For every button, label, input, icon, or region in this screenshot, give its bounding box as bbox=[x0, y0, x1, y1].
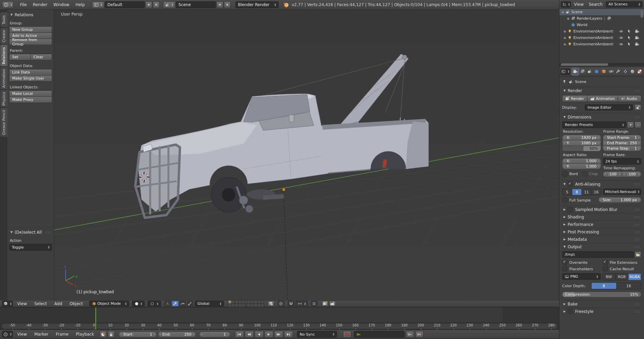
layer-toggle[interactable] bbox=[247, 304, 250, 307]
jump-to-end-button[interactable] bbox=[284, 331, 293, 338]
outliner-filter-dropdown[interactable]: All Scenes bbox=[606, 1, 643, 7]
panel-drag-dots-icon[interactable]: :::: bbox=[635, 230, 640, 234]
aa-filter-dropdown[interactable]: Mitchell-Netravali bbox=[603, 189, 642, 195]
panel-drag-dots-icon[interactable]: :::: bbox=[635, 302, 640, 306]
layer-toggle[interactable] bbox=[232, 300, 235, 303]
delete-keyframe-button[interactable] bbox=[415, 331, 423, 338]
insert-keyframe-button[interactable] bbox=[406, 331, 414, 338]
viewport-3d[interactable]: z y x User Persp (1) pickup_towbed bbox=[54, 10, 559, 300]
layer-toggle[interactable] bbox=[251, 304, 254, 307]
tab-create[interactable]: Create bbox=[0, 27, 7, 44]
cursor-select-icon[interactable] bbox=[627, 29, 631, 33]
layer-toggle[interactable] bbox=[261, 300, 264, 303]
action-dropdown[interactable]: Toggle bbox=[9, 244, 52, 251]
outliner-item-lamp-1[interactable]: ⊕ EnvironmentAmbientLi bbox=[559, 28, 644, 35]
display-lock-button[interactable] bbox=[635, 104, 641, 110]
render-animation-button[interactable]: Animation bbox=[587, 95, 618, 102]
border-checkbox[interactable] bbox=[562, 171, 567, 176]
tab-render-layers[interactable] bbox=[579, 68, 586, 75]
start-frame-field[interactable]: Start:1 bbox=[119, 332, 157, 337]
antialiasing-panel-header[interactable]: ▼Anti-Aliasing:::: bbox=[562, 181, 641, 188]
timeline-region[interactable]: -50-40-30-20-100102030405060708090100110… bbox=[0, 307, 559, 330]
scene-selector-icon-button[interactable] bbox=[163, 1, 175, 8]
render-presets-dropdown[interactable]: Render Presets bbox=[562, 122, 626, 128]
tab-modifiers[interactable] bbox=[615, 68, 622, 75]
color-depth-8[interactable]: 8 bbox=[592, 283, 617, 289]
panel-drag-dots-icon[interactable]: :::: bbox=[635, 115, 640, 119]
file-format-dropdown[interactable]: PNG bbox=[562, 273, 601, 280]
delete-layout-button[interactable] bbox=[153, 1, 160, 8]
tab-physics[interactable]: Physics bbox=[0, 90, 7, 107]
opengl-render-image-button[interactable] bbox=[322, 301, 328, 306]
menu-render[interactable]: Render bbox=[30, 2, 50, 7]
remove-preset-button[interactable]: – bbox=[635, 122, 641, 128]
aspect-x-field[interactable]: X:1.000 bbox=[562, 158, 601, 164]
outliner-item-scene[interactable]: ⊖ Scene bbox=[559, 9, 644, 15]
file-extensions-checkbox[interactable] bbox=[603, 260, 608, 265]
tab-render[interactable] bbox=[572, 68, 579, 75]
compression-slider[interactable]: Compression: 15% bbox=[562, 292, 641, 297]
outliner-item-lamp-3[interactable]: ⊕ EnvironmentAmbientLi bbox=[559, 41, 644, 47]
pin-icon[interactable] bbox=[562, 80, 567, 84]
render-engine-dropdown[interactable]: Blender Render bbox=[235, 1, 279, 8]
link-data-button[interactable]: Link Data bbox=[9, 69, 52, 76]
menu-frame[interactable]: Frame bbox=[53, 332, 71, 337]
tab-material[interactable] bbox=[629, 68, 636, 75]
keying-set-field[interactable] bbox=[354, 331, 405, 338]
layer-toggle[interactable] bbox=[251, 300, 254, 303]
tab-animation[interactable]: Animation bbox=[0, 67, 7, 90]
aa-samples-5[interactable]: 5 bbox=[562, 189, 572, 195]
menu-marker[interactable]: Marker bbox=[31, 332, 51, 337]
menu-object[interactable]: Object bbox=[67, 301, 86, 306]
add-layout-button[interactable] bbox=[145, 1, 152, 8]
layer-toggle[interactable] bbox=[228, 304, 231, 307]
manipulator-toggle-button[interactable] bbox=[164, 301, 171, 306]
make-single-user-button[interactable]: Make Single User bbox=[9, 75, 52, 82]
viewport-3d-scene[interactable]: z y x bbox=[54, 10, 559, 300]
tab-scene[interactable] bbox=[586, 68, 593, 75]
menu-add[interactable]: Add bbox=[51, 301, 65, 306]
resolution-y-field[interactable]: Y:1080 px bbox=[562, 140, 601, 146]
placeholders-checkbox[interactable] bbox=[562, 266, 567, 271]
tab-particles[interactable] bbox=[622, 68, 629, 75]
snap-grid-align-button[interactable] bbox=[311, 301, 318, 306]
playhead-line[interactable] bbox=[95, 308, 96, 330]
viewport-editor-type-button[interactable] bbox=[2, 301, 13, 306]
lock-time-cursor-button[interactable] bbox=[108, 331, 115, 338]
menu-view[interactable]: View bbox=[14, 301, 30, 306]
post-processing-panel-header[interactable]: ▶Post Processing:::: bbox=[562, 228, 641, 235]
outliner-item-world[interactable]: World bbox=[559, 22, 644, 28]
properties-editor-type-button[interactable] bbox=[560, 68, 570, 75]
layer-toggle[interactable] bbox=[242, 304, 245, 307]
use-preview-range-button[interactable] bbox=[100, 331, 107, 338]
color-mode-bw[interactable]: BW bbox=[603, 274, 616, 280]
tab-object[interactable] bbox=[600, 68, 607, 75]
next-keyframe-button[interactable] bbox=[274, 331, 283, 338]
menu-outliner-view[interactable]: View bbox=[572, 2, 585, 7]
layer-toggle[interactable] bbox=[228, 300, 231, 303]
aa-samples-11[interactable]: 11 bbox=[582, 189, 592, 195]
layer-toggle[interactable] bbox=[254, 300, 257, 303]
full-sample-checkbox[interactable] bbox=[562, 197, 567, 203]
snap-toggle-button[interactable] bbox=[288, 301, 295, 306]
motion-blur-checkbox[interactable] bbox=[568, 207, 573, 212]
eye-icon[interactable] bbox=[619, 42, 623, 46]
relations-panel-header[interactable]: ▼Relations bbox=[9, 11, 52, 18]
timeline-editor-type-button[interactable] bbox=[2, 331, 13, 338]
make-local-button[interactable]: Make Local bbox=[9, 90, 52, 97]
mode-dropdown[interactable]: Object Mode bbox=[89, 301, 129, 306]
auto-keyframe-record-button[interactable] bbox=[343, 331, 351, 338]
snap-element-dropdown[interactable] bbox=[295, 301, 308, 306]
metadata-panel-header[interactable]: ▶Metadata:::: bbox=[562, 236, 641, 243]
resolution-x-field[interactable]: X:1920 px bbox=[562, 135, 601, 141]
play-reverse-button[interactable] bbox=[255, 331, 263, 338]
outliner-item-renderlayers[interactable]: ⊕ RenderLayers | bbox=[559, 15, 644, 22]
bake-panel-header[interactable]: ▶Bake:::: bbox=[562, 300, 641, 308]
panel-drag-dots-icon[interactable]: :::: bbox=[635, 310, 640, 313]
renderlayer-icon[interactable] bbox=[607, 16, 611, 21]
panel-drag-dots-icon[interactable]: :::: bbox=[635, 238, 640, 241]
render-audio-button[interactable]: Audio bbox=[618, 95, 641, 102]
browse-folder-button[interactable] bbox=[635, 251, 641, 258]
menu-select[interactable]: Select bbox=[31, 301, 50, 306]
menu-timeline-view[interactable]: View bbox=[14, 332, 30, 337]
